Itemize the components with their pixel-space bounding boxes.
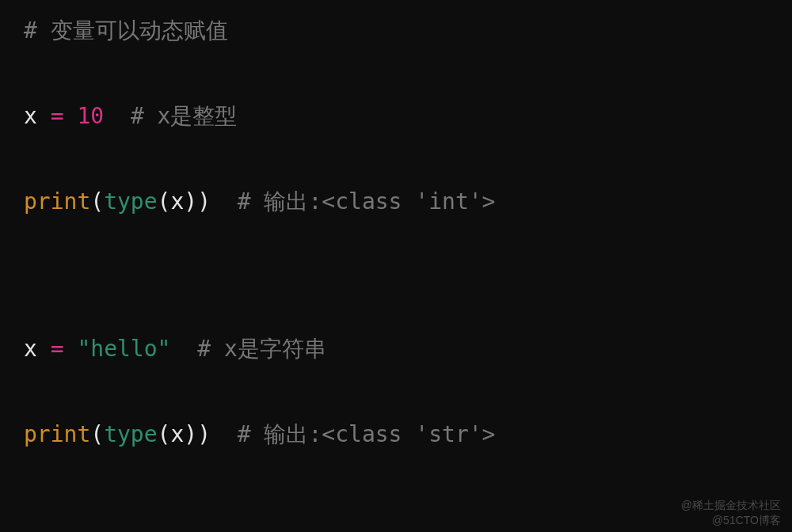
variable-x: x — [24, 336, 37, 362]
string-quote: " — [158, 336, 171, 362]
code-block: # 变量可以动态赋值 x = 10 # x是整型 print(type(x)) … — [0, 0, 792, 532]
number-literal: 10 — [77, 103, 104, 129]
variable-x: x — [24, 103, 37, 129]
assign-op: = — [37, 103, 78, 129]
paren-close: ) — [197, 421, 211, 447]
paren-open: ( — [158, 421, 171, 447]
code-line-3: print(type(x)) # 输出:<class 'int'> — [24, 185, 768, 218]
space — [104, 103, 131, 129]
comment: # x是整型 — [131, 103, 238, 129]
watermark-line-1: @稀土掘金技术社区 — [681, 498, 781, 514]
comment: # 变量可以动态赋值 — [24, 17, 228, 44]
code-line-1: # 变量可以动态赋值 — [24, 14, 768, 48]
blank-line — [24, 504, 768, 532]
type-call: type — [104, 421, 157, 447]
variable-x: x — [170, 421, 184, 447]
watermark-line-2: @51CTO博客 — [681, 513, 781, 529]
print-call: print — [24, 188, 90, 215]
comment: # 输出:<class 'str'> — [238, 421, 496, 447]
string-quote: " — [77, 336, 90, 362]
type-call: type — [104, 188, 157, 215]
space — [211, 421, 238, 447]
paren-close: ) — [197, 188, 211, 215]
code-line-2: x = 10 # x是整型 — [24, 100, 768, 133]
variable-x: x — [170, 188, 184, 215]
paren-close: ) — [184, 421, 197, 447]
paren-close: ) — [184, 188, 197, 215]
assign-op: = — [37, 336, 78, 362]
code-line-5: print(type(x)) # 输出:<class 'str'> — [24, 418, 768, 451]
space — [170, 336, 197, 362]
paren-open: ( — [90, 421, 104, 447]
comment: # x是字符串 — [197, 336, 326, 362]
watermark: @稀土掘金技术社区 @51CTO博客 — [681, 498, 781, 529]
space — [211, 188, 238, 215]
paren-open: ( — [158, 188, 171, 215]
paren-open: ( — [90, 188, 104, 215]
comment: # 输出:<class 'int'> — [238, 188, 496, 215]
blank-line — [24, 271, 768, 299]
code-line-4: x = "hello" # x是字符串 — [24, 332, 768, 366]
string-literal: hello — [90, 336, 157, 362]
print-call: print — [24, 421, 90, 447]
